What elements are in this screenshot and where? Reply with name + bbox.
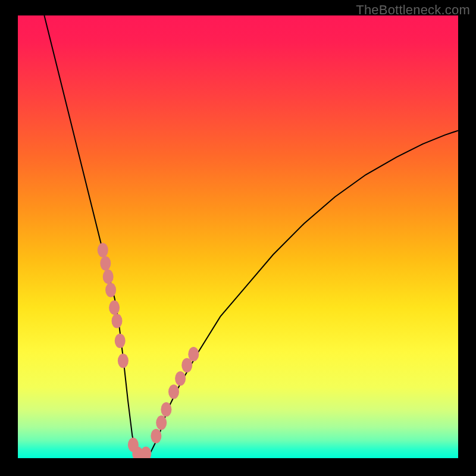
bead-marker — [151, 429, 161, 443]
bead-marker — [112, 314, 123, 328]
bead-marker — [100, 256, 111, 270]
bead-marker — [109, 300, 120, 315]
bead-marker — [105, 283, 116, 297]
bead-marker — [98, 243, 108, 257]
plot-area — [18, 15, 458, 458]
bottleneck-curve — [44, 15, 458, 458]
bead-marker — [118, 353, 129, 368]
bead-marker — [115, 334, 126, 348]
bead-marker — [103, 270, 114, 284]
bead-marker — [156, 415, 167, 430]
bead-marker — [168, 384, 179, 399]
bead-group — [98, 243, 199, 458]
bottleneck-curve-svg — [18, 15, 458, 458]
bead-marker — [140, 446, 151, 458]
bead-marker — [188, 347, 199, 361]
bead-marker — [175, 371, 186, 386]
chart-frame: TheBottleneck.com — [0, 0, 476, 476]
watermark-text: TheBottleneck.com — [356, 2, 470, 18]
bead-marker — [161, 402, 171, 416]
